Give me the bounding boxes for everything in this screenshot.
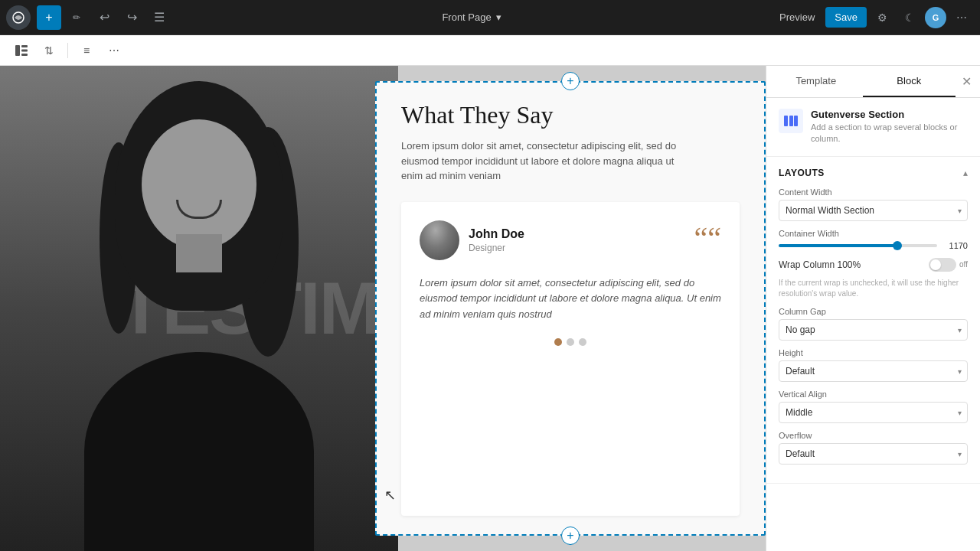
section-block-icon — [784, 116, 798, 126]
container-width-slider-row: 1170 — [779, 241, 968, 250]
person-name: John Doe — [469, 227, 524, 241]
add-block-top-button[interactable]: + — [561, 72, 580, 90]
user-avatar-button[interactable]: G — [925, 7, 946, 28]
layouts-toggle-button[interactable]: ▴ — [963, 168, 968, 178]
selected-section-block[interactable]: + What They Say Lorem ipsum dolor sit am… — [375, 81, 766, 536]
panel-block-info: Gutenverse Section Add a section to wrap… — [766, 98, 980, 157]
column-gap-select-wrap: No gap Small Medium Large ▾ — [779, 319, 968, 341]
tab-template[interactable]: Template — [769, 66, 863, 97]
plus-icon: + — [45, 11, 52, 24]
background-person-image — [0, 66, 398, 551]
theme-toggle-button[interactable]: ☾ — [897, 5, 922, 30]
container-width-row: Container Width 1170 — [779, 229, 968, 250]
redo-icon: ↪ — [127, 10, 137, 24]
block-type-description: Add a section to wrap several blocks or … — [811, 122, 968, 145]
options-icon: ⋯ — [109, 44, 119, 57]
wp-logo[interactable] — [6, 5, 31, 30]
right-panel: Template Block ✕ Gutenverse Section Add … — [766, 66, 980, 551]
section-title: What They Say — [401, 101, 740, 129]
svg-rect-7 — [794, 116, 798, 126]
canvas-area: TESTIMONIALS + What They Say Lorem ipsum… — [0, 66, 766, 551]
testimonial-quote: Lorem ipsum dolor sit amet, consectetur … — [420, 276, 721, 323]
arrows-icon: ⇅ — [44, 44, 54, 57]
height-select-wrap: Default Custom ▾ — [779, 360, 968, 382]
sidebar-icon — [15, 45, 28, 56]
container-width-value: 1170 — [943, 241, 968, 250]
top-toolbar: + ✏ ↩ ↪ ☰ Front Page ▾ Preview Save ⚙ ☾ … — [0, 0, 980, 35]
content-width-label: Content Width — [779, 187, 968, 197]
vertical-align-select-wrap: Top Middle Bottom ▾ — [779, 402, 968, 423]
close-panel-button[interactable]: ✕ — [956, 71, 977, 93]
avatar — [420, 220, 459, 260]
container-width-label: Container Width — [779, 229, 968, 238]
wrap-column-knob — [930, 259, 941, 270]
card-header: John Doe Designer ““ — [420, 220, 721, 260]
height-select[interactable]: Default Custom — [779, 360, 968, 382]
svg-rect-4 — [21, 54, 28, 56]
menu-button[interactable]: ☰ — [147, 5, 172, 30]
preview-button[interactable]: Preview — [772, 7, 822, 28]
height-label: Height — [779, 348, 968, 357]
overflow-select[interactable]: Default Hidden Visible — [779, 443, 968, 465]
add-block-bottom-button[interactable]: + — [561, 527, 580, 545]
undo-button[interactable]: ↩ — [92, 5, 116, 30]
more-options-button[interactable]: ⋯ — [949, 5, 974, 30]
wrap-column-toggle[interactable]: off — [929, 258, 968, 272]
toolbar-divider — [67, 43, 68, 58]
wrap-column-track[interactable] — [929, 258, 956, 272]
svg-rect-1 — [15, 45, 20, 56]
save-button[interactable]: Save — [825, 7, 867, 28]
cursor: ↖ — [384, 487, 396, 504]
content-width-select-wrap: Normal Width Section Full Width Section … — [779, 200, 968, 221]
person-info: John Doe Designer — [420, 220, 524, 260]
page-selector-area: Front Page ▾ — [175, 11, 769, 23]
wrap-column-state: off — [959, 260, 968, 269]
toggle-sidebar-button[interactable] — [9, 38, 34, 63]
topbar-right-actions: Preview Save ⚙ ☾ G ⋯ — [772, 5, 974, 30]
layouts-section-title: Layouts — [779, 168, 825, 178]
section-subtitle: Lorem ipsum dolor sit amet, consectetur … — [401, 139, 692, 184]
chevron-down-icon: ▾ — [496, 11, 501, 23]
block-type-name: Gutenverse Section — [811, 109, 968, 120]
edit-icon: ✏ — [73, 12, 80, 23]
overflow-row: Overflow Default Hidden Visible ▾ — [779, 431, 968, 465]
carousel-dot-3[interactable] — [579, 338, 586, 346]
layouts-section: Layouts ▴ Content Width Normal Width Sec… — [766, 157, 980, 484]
person-details: John Doe Designer — [469, 227, 524, 253]
testimonial-card: John Doe Designer ““ Lorem ipsum dolor s… — [401, 202, 740, 517]
add-block-button[interactable]: + — [37, 5, 61, 30]
container-width-thumb[interactable] — [893, 241, 902, 250]
align-icon: ≡ — [83, 44, 90, 57]
wrap-column-description: If the current wrap is unchecked, it wil… — [779, 278, 968, 299]
edit-button[interactable]: ✏ — [64, 5, 89, 30]
menu-icon: ☰ — [154, 10, 165, 24]
align-text-button[interactable]: ≡ — [74, 38, 99, 63]
overflow-label: Overflow — [779, 431, 968, 440]
svg-rect-2 — [21, 45, 28, 47]
carousel-dot-2[interactable] — [567, 338, 574, 346]
page-title: Front Page — [442, 11, 491, 23]
redo-button[interactable]: ↪ — [119, 5, 144, 30]
column-gap-select[interactable]: No gap Small Medium Large — [779, 319, 968, 341]
block-toolbar: ⇅ ≡ ⋯ — [0, 35, 980, 66]
block-options-button[interactable]: ⋯ — [102, 38, 126, 63]
vertical-align-button[interactable]: ⇅ — [37, 38, 61, 63]
vertical-align-label: Vertical Align — [779, 390, 968, 399]
page-selector[interactable]: Front Page ▾ — [442, 11, 501, 23]
height-row: Height Default Custom ▾ — [779, 348, 968, 382]
block-info-text: Gutenverse Section Add a section to wrap… — [811, 109, 968, 145]
block-type-icon — [779, 109, 803, 133]
vertical-align-row: Vertical Align Top Middle Bottom ▾ — [779, 390, 968, 423]
vertical-align-select[interactable]: Top Middle Bottom — [779, 402, 968, 423]
settings-button[interactable]: ⚙ — [870, 5, 894, 30]
person-silhouette — [0, 66, 398, 551]
content-width-select[interactable]: Normal Width Section Full Width Section — [779, 200, 968, 221]
svg-rect-5 — [784, 116, 788, 126]
tab-block[interactable]: Block — [863, 66, 956, 97]
block-content: What They Say Lorem ipsum dolor sit amet… — [377, 83, 764, 534]
panel-body: Gutenverse Section Add a section to wrap… — [766, 98, 980, 551]
moon-icon: ☾ — [905, 11, 915, 24]
svg-rect-3 — [21, 49, 28, 51]
carousel-dot-1[interactable] — [554, 338, 562, 346]
overflow-select-wrap: Default Hidden Visible ▾ — [779, 443, 968, 465]
